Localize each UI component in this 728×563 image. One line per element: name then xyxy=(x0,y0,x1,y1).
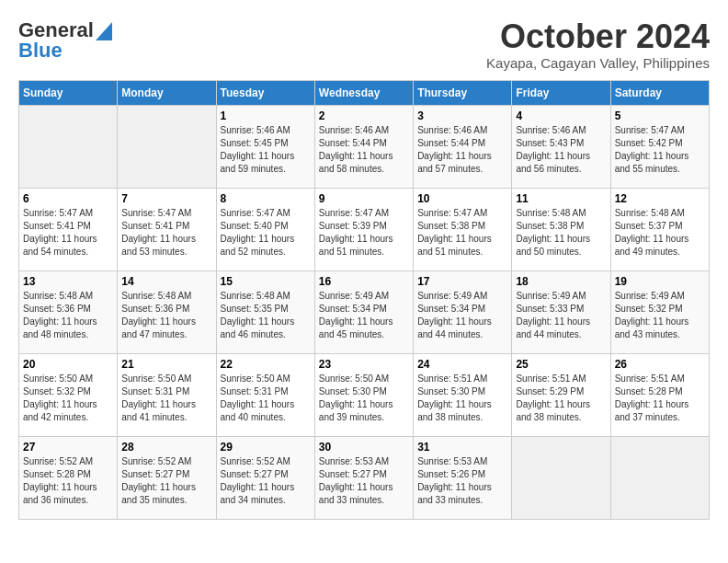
calendar-cell xyxy=(512,436,610,519)
calendar-cell: 26Sunrise: 5:51 AM Sunset: 5:28 PM Dayli… xyxy=(610,353,709,436)
day-number: 8 xyxy=(221,192,311,205)
day-number: 5 xyxy=(615,109,705,122)
day-info: Sunrise: 5:46 AM Sunset: 5:43 PM Dayligh… xyxy=(516,124,606,176)
day-number: 16 xyxy=(319,275,409,288)
calendar-cell: 1Sunrise: 5:46 AM Sunset: 5:45 PM Daylig… xyxy=(216,105,314,188)
calendar-cell: 10Sunrise: 5:47 AM Sunset: 5:38 PM Dayli… xyxy=(414,188,512,270)
day-info: Sunrise: 5:49 AM Sunset: 5:34 PM Dayligh… xyxy=(319,290,409,341)
day-number: 26 xyxy=(615,358,705,371)
calendar-cell: 8Sunrise: 5:47 AM Sunset: 5:40 PM Daylig… xyxy=(216,188,314,270)
day-info: Sunrise: 5:50 AM Sunset: 5:30 PM Dayligh… xyxy=(319,373,409,424)
calendar-cell: 18Sunrise: 5:49 AM Sunset: 5:33 PM Dayli… xyxy=(512,270,610,353)
day-number: 11 xyxy=(516,192,606,205)
day-info: Sunrise: 5:47 AM Sunset: 5:40 PM Dayligh… xyxy=(221,207,311,259)
day-number: 13 xyxy=(23,275,113,288)
day-number: 28 xyxy=(121,441,211,454)
day-number: 24 xyxy=(417,358,507,371)
calendar-cell: 28Sunrise: 5:52 AM Sunset: 5:27 PM Dayli… xyxy=(118,436,216,519)
day-info: Sunrise: 5:51 AM Sunset: 5:30 PM Dayligh… xyxy=(417,373,507,424)
day-number: 23 xyxy=(319,358,409,371)
day-info: Sunrise: 5:50 AM Sunset: 5:31 PM Dayligh… xyxy=(221,373,311,424)
day-info: Sunrise: 5:53 AM Sunset: 5:27 PM Dayligh… xyxy=(319,455,409,507)
weekday-header: Friday xyxy=(512,80,610,105)
day-info: Sunrise: 5:52 AM Sunset: 5:28 PM Dayligh… xyxy=(23,455,113,507)
day-number: 31 xyxy=(417,441,507,454)
svg-marker-0 xyxy=(96,22,112,40)
day-number: 18 xyxy=(516,275,606,288)
calendar-week-row: 20Sunrise: 5:50 AM Sunset: 5:32 PM Dayli… xyxy=(19,353,710,436)
day-number: 7 xyxy=(121,192,211,205)
day-info: Sunrise: 5:47 AM Sunset: 5:42 PM Dayligh… xyxy=(615,124,705,176)
calendar-header-row: SundayMondayTuesdayWednesdayThursdayFrid… xyxy=(19,80,710,105)
calendar-cell: 15Sunrise: 5:48 AM Sunset: 5:35 PM Dayli… xyxy=(216,270,314,353)
day-info: Sunrise: 5:48 AM Sunset: 5:35 PM Dayligh… xyxy=(221,290,311,341)
day-info: Sunrise: 5:49 AM Sunset: 5:32 PM Dayligh… xyxy=(615,290,705,341)
calendar-cell: 12Sunrise: 5:48 AM Sunset: 5:37 PM Dayli… xyxy=(610,188,709,270)
day-info: Sunrise: 5:49 AM Sunset: 5:34 PM Dayligh… xyxy=(417,290,507,341)
day-number: 27 xyxy=(23,441,113,454)
page-header: General Blue October 2024 Kayapa, Cagaya… xyxy=(18,18,710,71)
day-number: 19 xyxy=(615,275,705,288)
title-block: October 2024 Kayapa, Cagayan Valley, Phi… xyxy=(486,18,710,71)
day-number: 1 xyxy=(221,109,311,122)
day-number: 10 xyxy=(417,192,507,205)
logo: General Blue xyxy=(18,18,112,63)
calendar-cell: 11Sunrise: 5:48 AM Sunset: 5:38 PM Dayli… xyxy=(512,188,610,270)
calendar-cell: 20Sunrise: 5:50 AM Sunset: 5:32 PM Dayli… xyxy=(19,353,118,436)
calendar-cell: 2Sunrise: 5:46 AM Sunset: 5:44 PM Daylig… xyxy=(314,105,413,188)
weekday-header: Tuesday xyxy=(216,80,314,105)
day-info: Sunrise: 5:48 AM Sunset: 5:38 PM Dayligh… xyxy=(516,207,606,259)
day-number: 20 xyxy=(23,358,113,371)
day-info: Sunrise: 5:47 AM Sunset: 5:38 PM Dayligh… xyxy=(417,207,507,259)
day-info: Sunrise: 5:52 AM Sunset: 5:27 PM Dayligh… xyxy=(221,455,311,507)
calendar-cell: 9Sunrise: 5:47 AM Sunset: 5:39 PM Daylig… xyxy=(314,188,413,270)
day-info: Sunrise: 5:52 AM Sunset: 5:27 PM Dayligh… xyxy=(121,455,211,507)
calendar-cell: 29Sunrise: 5:52 AM Sunset: 5:27 PM Dayli… xyxy=(216,436,314,519)
day-number: 30 xyxy=(319,441,409,454)
calendar-cell xyxy=(19,105,118,188)
day-info: Sunrise: 5:49 AM Sunset: 5:33 PM Dayligh… xyxy=(516,290,606,341)
day-number: 15 xyxy=(221,275,311,288)
calendar-cell: 27Sunrise: 5:52 AM Sunset: 5:28 PM Dayli… xyxy=(19,436,118,519)
calendar-body: 1Sunrise: 5:46 AM Sunset: 5:45 PM Daylig… xyxy=(19,105,710,519)
calendar-cell: 7Sunrise: 5:47 AM Sunset: 5:41 PM Daylig… xyxy=(118,188,216,270)
day-number: 3 xyxy=(417,109,507,122)
day-number: 22 xyxy=(221,358,311,371)
calendar-week-row: 1Sunrise: 5:46 AM Sunset: 5:45 PM Daylig… xyxy=(19,105,710,188)
calendar-cell: 17Sunrise: 5:49 AM Sunset: 5:34 PM Dayli… xyxy=(414,270,512,353)
calendar-cell xyxy=(118,105,216,188)
calendar-cell: 23Sunrise: 5:50 AM Sunset: 5:30 PM Dayli… xyxy=(314,353,413,436)
day-info: Sunrise: 5:53 AM Sunset: 5:26 PM Dayligh… xyxy=(417,455,507,507)
day-info: Sunrise: 5:47 AM Sunset: 5:39 PM Dayligh… xyxy=(319,207,409,259)
weekday-header: Thursday xyxy=(414,80,512,105)
calendar-cell: 22Sunrise: 5:50 AM Sunset: 5:31 PM Dayli… xyxy=(216,353,314,436)
month-title: October 2024 xyxy=(486,18,710,55)
calendar-cell: 3Sunrise: 5:46 AM Sunset: 5:44 PM Daylig… xyxy=(414,105,512,188)
calendar-cell: 25Sunrise: 5:51 AM Sunset: 5:29 PM Dayli… xyxy=(512,353,610,436)
day-number: 4 xyxy=(516,109,606,122)
day-info: Sunrise: 5:50 AM Sunset: 5:31 PM Dayligh… xyxy=(121,373,211,424)
day-number: 25 xyxy=(516,358,606,371)
calendar-cell: 30Sunrise: 5:53 AM Sunset: 5:27 PM Dayli… xyxy=(314,436,413,519)
calendar-cell: 4Sunrise: 5:46 AM Sunset: 5:43 PM Daylig… xyxy=(512,105,610,188)
day-number: 29 xyxy=(221,441,311,454)
day-info: Sunrise: 5:50 AM Sunset: 5:32 PM Dayligh… xyxy=(23,373,113,424)
day-number: 12 xyxy=(615,192,705,205)
day-number: 14 xyxy=(121,275,211,288)
weekday-header: Monday xyxy=(118,80,216,105)
calendar-week-row: 6Sunrise: 5:47 AM Sunset: 5:41 PM Daylig… xyxy=(19,188,710,270)
calendar-week-row: 13Sunrise: 5:48 AM Sunset: 5:36 PM Dayli… xyxy=(19,270,710,353)
day-number: 6 xyxy=(23,192,113,205)
day-info: Sunrise: 5:51 AM Sunset: 5:28 PM Dayligh… xyxy=(615,373,705,424)
day-info: Sunrise: 5:46 AM Sunset: 5:44 PM Dayligh… xyxy=(319,124,409,176)
day-number: 2 xyxy=(319,109,409,122)
day-number: 9 xyxy=(319,192,409,205)
calendar-cell: 24Sunrise: 5:51 AM Sunset: 5:30 PM Dayli… xyxy=(414,353,512,436)
calendar-cell: 5Sunrise: 5:47 AM Sunset: 5:42 PM Daylig… xyxy=(610,105,709,188)
day-info: Sunrise: 5:47 AM Sunset: 5:41 PM Dayligh… xyxy=(121,207,211,259)
weekday-header: Saturday xyxy=(610,80,709,105)
calendar-cell: 13Sunrise: 5:48 AM Sunset: 5:36 PM Dayli… xyxy=(19,270,118,353)
calendar-table: SundayMondayTuesdayWednesdayThursdayFrid… xyxy=(18,80,710,520)
calendar-cell: 16Sunrise: 5:49 AM Sunset: 5:34 PM Dayli… xyxy=(314,270,413,353)
day-info: Sunrise: 5:47 AM Sunset: 5:41 PM Dayligh… xyxy=(23,207,113,259)
